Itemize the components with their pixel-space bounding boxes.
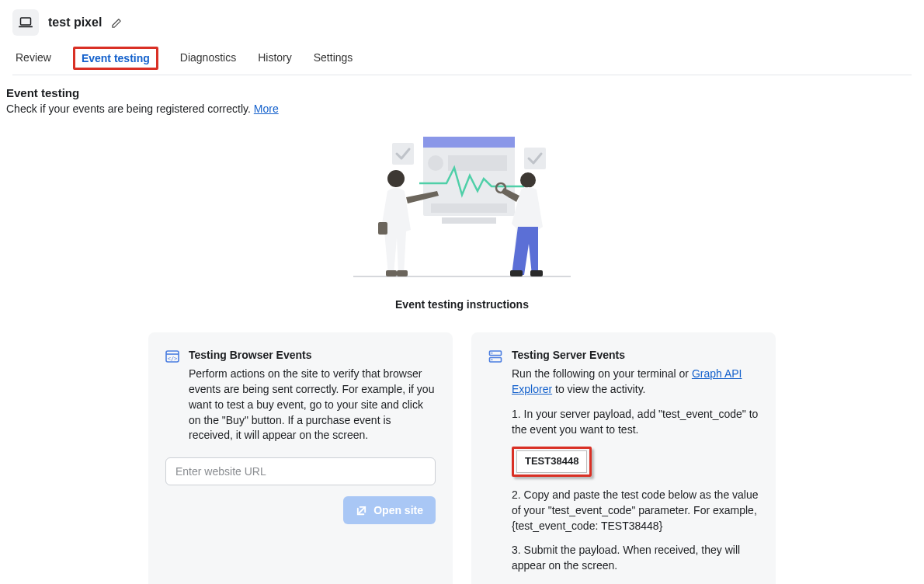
tab-settings[interactable]: Settings (314, 47, 353, 75)
server-card-intro: Run the following on your terminal or Gr… (512, 367, 759, 398)
server-card-step2: 2. Copy and paste the test code below as… (512, 488, 759, 534)
browser-tag-icon: </> (165, 349, 179, 363)
svg-rect-12 (386, 270, 397, 276)
server-intro-prefix: Run the following on your terminal or (512, 367, 692, 380)
svg-rect-6 (448, 155, 507, 171)
open-site-button-label: Open site (373, 504, 423, 516)
svg-rect-4 (423, 137, 515, 148)
laptop-icon (19, 17, 33, 28)
tab-history[interactable]: History (258, 47, 292, 75)
edit-title-button[interactable] (111, 17, 123, 29)
svg-point-27 (492, 359, 493, 360)
section-title: Event testing (6, 86, 918, 99)
svg-rect-0 (21, 18, 31, 25)
svg-point-5 (428, 155, 443, 171)
open-external-icon (356, 505, 367, 516)
browser-card-body: Perform actions on the site to verify th… (189, 367, 436, 443)
svg-rect-7 (431, 203, 507, 213)
server-intro-suffix: to view the activity. (552, 383, 645, 395)
instructions-illustration (346, 129, 578, 284)
svg-line-23 (360, 507, 366, 513)
svg-rect-1 (19, 26, 33, 28)
svg-point-15 (520, 172, 536, 188)
test-code-highlight: TEST38448 (512, 447, 592, 476)
page-title: test pixel (48, 16, 102, 30)
test-event-code[interactable]: TEST38448 (516, 450, 587, 472)
svg-rect-10 (524, 148, 546, 169)
browser-events-card: </> Testing Browser Events Perform actio… (148, 332, 453, 584)
server-icon (488, 349, 502, 363)
section-subtitle: Check if your events are being registere… (6, 103, 918, 115)
tab-bar: Review Event testing Diagnostics History… (12, 36, 912, 75)
pixel-type-icon (12, 9, 39, 36)
tab-diagnostics[interactable]: Diagnostics (180, 47, 236, 75)
pencil-icon (111, 17, 123, 29)
svg-rect-17 (530, 270, 543, 276)
svg-point-26 (492, 353, 493, 354)
svg-rect-13 (397, 270, 408, 276)
tab-review[interactable]: Review (16, 47, 51, 75)
svg-rect-9 (392, 143, 414, 165)
svg-point-11 (387, 170, 405, 187)
tab-event-testing[interactable]: Event testing (73, 47, 158, 70)
browser-card-title: Testing Browser Events (189, 348, 436, 363)
open-site-button[interactable]: Open site (343, 496, 436, 524)
section-subtitle-text: Check if your events are being registere… (6, 103, 254, 115)
website-url-input[interactable] (165, 457, 436, 485)
svg-rect-16 (510, 270, 523, 276)
svg-rect-8 (442, 217, 496, 224)
server-events-card: Testing Server Events Run the following … (471, 332, 776, 584)
server-card-step1: 1. In your server payload, add "test_eve… (512, 407, 759, 438)
server-card-title: Testing Server Events (512, 348, 759, 363)
svg-text:</>: </> (168, 356, 178, 362)
server-card-step3: 3. Submit the payload. When received, th… (512, 543, 759, 574)
illustration-caption: Event testing instructions (6, 298, 918, 311)
svg-rect-14 (378, 222, 387, 235)
more-link[interactable]: More (254, 103, 279, 115)
